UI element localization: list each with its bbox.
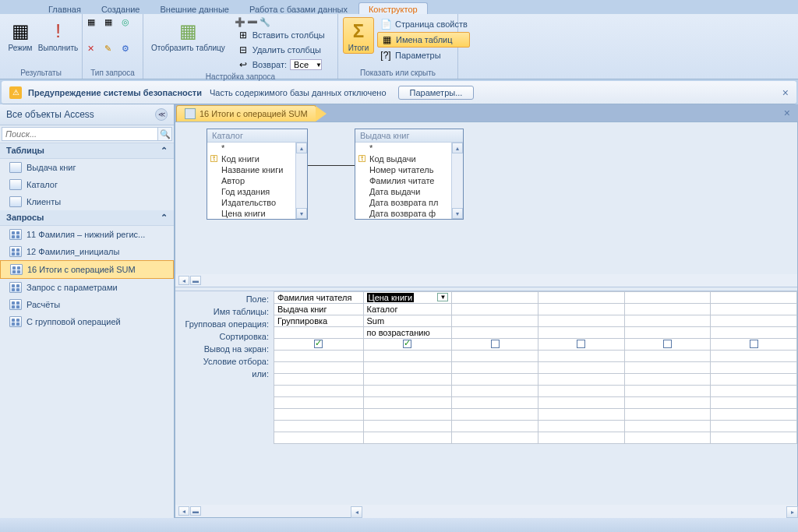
nav-group-queries[interactable]: Запросы⌃ [0, 210, 174, 226]
show-checkbox[interactable] [750, 340, 758, 348]
table-field[interactable]: Год издания [207, 186, 307, 197]
grid-cell[interactable] [452, 327, 538, 339]
tab-create[interactable]: Создание [92, 3, 150, 14]
table-field[interactable]: Дата возврата пл [355, 197, 463, 208]
scroll-left-icon[interactable]: ◂ [178, 276, 189, 285]
grid-cell[interactable] [624, 315, 711, 327]
grid-cell[interactable] [274, 409, 364, 421]
grid-cell[interactable] [363, 351, 452, 362]
nav-item-table[interactable]: Каталог [0, 176, 174, 193]
parameters-button[interactable]: [?]Параметры [377, 48, 470, 62]
view-button[interactable]: ▦ Режим [5, 17, 36, 54]
grid-cell[interactable] [274, 362, 364, 374]
run-button[interactable]: ! Выполнить [39, 17, 77, 54]
grid-cell[interactable] [538, 397, 625, 409]
insert-cols-button[interactable]: ⊞Вставить столбцы [235, 28, 327, 42]
grid-cell[interactable] [452, 386, 538, 397]
nav-item-query[interactable]: Запрос с параметрами [0, 279, 174, 296]
table-names-button[interactable]: ▦Имена таблиц [377, 32, 470, 48]
nav-header[interactable]: Все объекты Access ≪ [0, 104, 174, 125]
grid-cell[interactable]: Цена книги ▼ [363, 292, 452, 304]
grid-cell[interactable] [624, 374, 711, 386]
grid-cell[interactable]: Каталог [363, 304, 452, 315]
table-field[interactable]: Код книги [207, 153, 307, 164]
nav-item-query[interactable]: С групповой операцией [0, 313, 174, 330]
grid-cell[interactable] [274, 432, 364, 444]
grid-cell[interactable] [452, 397, 538, 409]
grid-cell[interactable] [538, 421, 625, 432]
grid-cell[interactable] [452, 351, 538, 362]
grid-cell[interactable] [624, 362, 711, 374]
property-sheet-button[interactable]: 📄Страница свойств [377, 17, 470, 31]
scroll-left-icon[interactable]: ◂ [178, 506, 189, 516]
select-query-icon[interactable]: ▦ [87, 17, 103, 33]
grid-cell[interactable] [624, 432, 711, 444]
table-field[interactable]: * [355, 143, 463, 153]
doc-tab-active[interactable]: 16 Итоги с операцией SUM [176, 105, 316, 122]
tab-design[interactable]: Конструктор [358, 2, 428, 14]
grid-cell[interactable] [711, 339, 797, 351]
table-field[interactable]: Название книги [207, 164, 307, 175]
security-close-button[interactable]: × [782, 86, 789, 99]
grid-cell[interactable]: Группировка [274, 315, 364, 327]
grid-cell[interactable] [624, 409, 711, 421]
grid-cell[interactable] [274, 339, 364, 351]
scroll-thumb[interactable]: ▬ [190, 506, 201, 516]
security-options-button[interactable]: Параметры... [398, 86, 475, 100]
grid-cell[interactable] [274, 421, 364, 432]
nav-item-table[interactable]: Выдача книг [0, 159, 174, 176]
grid-cell[interactable] [711, 432, 797, 444]
show-checkbox[interactable] [314, 340, 323, 348]
grid-cell[interactable] [274, 374, 364, 386]
grid-cell[interactable] [452, 304, 538, 315]
grid-cell[interactable] [274, 351, 364, 362]
grid-cell[interactable] [452, 432, 538, 444]
table-field[interactable]: Фамилия читате [355, 175, 463, 186]
table-field[interactable]: * [207, 143, 307, 153]
scroll-thumb[interactable]: ▬ [190, 276, 201, 285]
tab-dbtools[interactable]: Работа с базами данных [240, 3, 357, 14]
grid-cell[interactable] [452, 315, 538, 327]
horizontal-scrollbar[interactable]: ◂▸ [351, 506, 798, 518]
delete-icon[interactable]: ⚙ [122, 44, 137, 59]
nav-item-table[interactable]: Клиенты [0, 193, 174, 210]
grid-cell[interactable] [538, 432, 625, 444]
grid-cell[interactable] [274, 386, 364, 397]
grid-cell[interactable] [363, 421, 452, 432]
tab-external[interactable]: Внешние данные [151, 3, 238, 14]
nav-collapse-icon[interactable]: ≪ [155, 108, 168, 121]
grid-cell[interactable] [711, 304, 797, 315]
grid-cell[interactable] [452, 362, 538, 374]
close-doc-button[interactable]: × [784, 107, 793, 119]
grid-cell[interactable] [538, 386, 625, 397]
grid-cell[interactable]: по возрастанию [363, 327, 452, 339]
grid-cell[interactable] [538, 362, 625, 374]
grid-cell[interactable] [452, 409, 538, 421]
delete-cols-button[interactable]: ⊟Удалить столбцы [235, 43, 327, 57]
grid-cell[interactable] [711, 351, 797, 362]
nav-item-query[interactable]: 11 Фамилия – нижний регис... [0, 226, 174, 243]
grid-cell[interactable] [624, 386, 711, 397]
maketable-icon[interactable]: ◎ [122, 17, 137, 33]
search-input[interactable] [2, 127, 158, 141]
table-issue[interactable]: Выдача книг *Код выдачиНомер читательФам… [355, 129, 464, 220]
grid-cell[interactable] [711, 292, 797, 304]
grid-cell[interactable] [711, 386, 797, 397]
grid-cell[interactable] [452, 292, 538, 304]
grid-cell[interactable] [363, 339, 452, 351]
grid-cell[interactable] [624, 397, 711, 409]
grid-cell[interactable] [711, 421, 797, 432]
nav-group-tables[interactable]: Таблицы⌃ [0, 143, 174, 159]
show-checkbox[interactable] [577, 340, 585, 348]
grid-cell[interactable]: Sum [363, 315, 452, 327]
show-checkbox[interactable] [663, 340, 672, 348]
grid-cell[interactable] [711, 374, 797, 386]
grid-cell[interactable] [538, 304, 625, 315]
show-table-button[interactable]: ▦ Отобразить таблицу [148, 17, 228, 54]
nav-item-query[interactable]: 16 Итоги с операцией SUM [0, 260, 174, 279]
grid-cell[interactable] [624, 292, 711, 304]
update-icon[interactable]: ✎ [104, 44, 120, 59]
grid-cell[interactable] [452, 374, 538, 386]
search-icon[interactable]: 🔍 [158, 127, 172, 141]
grid-cell[interactable] [363, 432, 452, 444]
